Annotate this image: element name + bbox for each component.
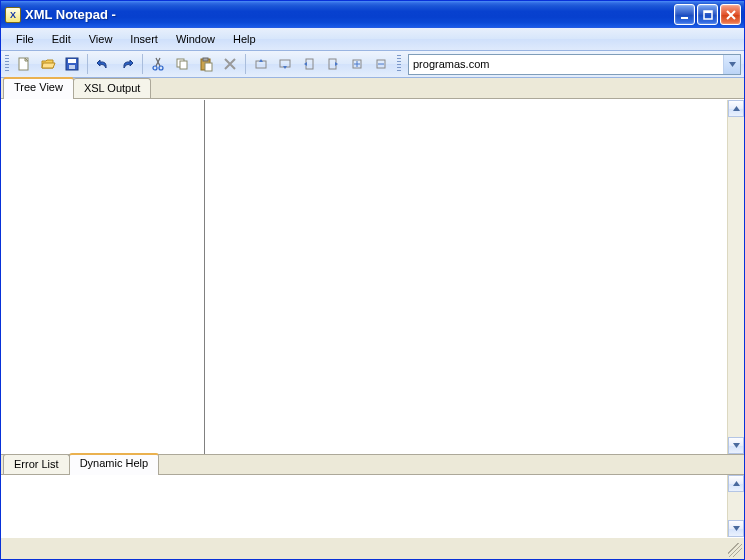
collapse-icon xyxy=(373,56,389,72)
tab-xsl-output[interactable]: XSL Output xyxy=(73,78,151,98)
cut-icon xyxy=(150,56,166,72)
scroll-track[interactable] xyxy=(728,117,744,437)
top-tab-strip: Tree View XSL Output xyxy=(1,78,744,99)
scroll-down-button[interactable] xyxy=(728,520,744,537)
delete-icon xyxy=(222,56,238,72)
scroll-up-button[interactable] xyxy=(728,100,744,117)
address-dropdown-button[interactable] xyxy=(723,55,740,74)
tree-pane[interactable] xyxy=(1,100,205,454)
collapse-button[interactable] xyxy=(370,53,392,75)
svg-point-7 xyxy=(153,66,157,70)
toolbar-grip[interactable] xyxy=(397,55,401,73)
chevron-down-icon xyxy=(733,443,740,448)
menu-view[interactable]: View xyxy=(80,30,122,48)
expand-icon xyxy=(349,56,365,72)
scroll-down-button[interactable] xyxy=(728,437,744,454)
nudge-left-button[interactable] xyxy=(298,53,320,75)
chevron-down-icon xyxy=(733,526,740,531)
svg-rect-0 xyxy=(681,17,688,19)
menu-edit[interactable]: Edit xyxy=(43,30,80,48)
new-button[interactable] xyxy=(13,53,35,75)
chevron-up-icon xyxy=(733,106,740,111)
app-window: X XML Notepad - File Edit View Insert Wi… xyxy=(0,0,745,560)
paste-icon xyxy=(198,56,214,72)
copy-button[interactable] xyxy=(171,53,193,75)
svg-point-8 xyxy=(159,66,163,70)
maximize-icon xyxy=(702,9,714,21)
open-folder-icon xyxy=(40,56,56,72)
tab-label: Error List xyxy=(14,458,59,470)
toolbar xyxy=(1,51,744,78)
bottom-tab-strip: Error List Dynamic Help xyxy=(1,454,744,475)
svg-rect-10 xyxy=(180,61,187,69)
toolbar-separator xyxy=(87,54,88,74)
dynamic-help-content[interactable] xyxy=(1,475,727,537)
close-icon xyxy=(725,9,737,21)
nudge-right-button[interactable] xyxy=(322,53,344,75)
svg-rect-5 xyxy=(68,59,76,63)
save-button[interactable] xyxy=(61,53,83,75)
content-inner[interactable] xyxy=(205,100,727,454)
new-file-icon xyxy=(16,56,32,72)
resize-grip[interactable] xyxy=(728,543,742,557)
menu-help[interactable]: Help xyxy=(224,30,265,48)
tab-error-list[interactable]: Error List xyxy=(3,454,70,474)
menu-window[interactable]: Window xyxy=(167,30,224,48)
cut-button[interactable] xyxy=(147,53,169,75)
svg-rect-15 xyxy=(280,60,290,67)
undo-icon xyxy=(95,56,111,72)
address-combo[interactable] xyxy=(408,54,741,75)
nudge-up-button[interactable] xyxy=(250,53,272,75)
content-pane xyxy=(205,100,744,454)
svg-rect-6 xyxy=(69,65,75,69)
title-bar[interactable]: X XML Notepad - xyxy=(1,1,744,28)
svg-rect-17 xyxy=(329,59,336,69)
redo-button[interactable] xyxy=(116,53,138,75)
window-title: XML Notepad - xyxy=(25,7,116,22)
minimize-icon xyxy=(679,9,691,21)
nudge-down-icon xyxy=(277,56,293,72)
svg-rect-2 xyxy=(704,11,712,13)
toolbar-grip[interactable] xyxy=(5,55,9,73)
paste-button[interactable] xyxy=(195,53,217,75)
copy-icon xyxy=(174,56,190,72)
status-bar xyxy=(1,537,744,559)
save-icon xyxy=(64,56,80,72)
delete-button[interactable] xyxy=(219,53,241,75)
content-scrollbar[interactable] xyxy=(727,100,744,454)
svg-rect-12 xyxy=(203,58,208,61)
scroll-track[interactable] xyxy=(728,492,744,520)
menu-file[interactable]: File xyxy=(7,30,43,48)
undo-button[interactable] xyxy=(92,53,114,75)
menu-insert[interactable]: Insert xyxy=(121,30,167,48)
tab-label: XSL Output xyxy=(84,82,140,94)
toolbar-separator xyxy=(142,54,143,74)
tab-label: Dynamic Help xyxy=(80,457,148,469)
open-button[interactable] xyxy=(37,53,59,75)
bottom-panel xyxy=(1,475,744,537)
menu-bar: File Edit View Insert Window Help xyxy=(1,28,744,51)
scroll-up-button[interactable] xyxy=(728,475,744,492)
toolbar-separator xyxy=(245,54,246,74)
nudge-down-button[interactable] xyxy=(274,53,296,75)
main-area xyxy=(1,99,744,454)
address-input[interactable] xyxy=(409,55,723,74)
chevron-up-icon xyxy=(733,481,740,486)
help-scrollbar[interactable] xyxy=(727,475,744,537)
tab-tree-view[interactable]: Tree View xyxy=(3,77,74,98)
minimize-button[interactable] xyxy=(674,4,695,25)
svg-rect-13 xyxy=(205,63,212,71)
tab-dynamic-help[interactable]: Dynamic Help xyxy=(69,453,159,474)
nudge-right-icon xyxy=(325,56,341,72)
redo-icon xyxy=(119,56,135,72)
nudge-left-icon xyxy=(301,56,317,72)
maximize-button[interactable] xyxy=(697,4,718,25)
app-icon: X xyxy=(5,7,21,23)
svg-rect-16 xyxy=(306,59,313,69)
chevron-down-icon xyxy=(729,62,736,67)
expand-button[interactable] xyxy=(346,53,368,75)
nudge-up-icon xyxy=(253,56,269,72)
tab-label: Tree View xyxy=(14,81,63,93)
close-button[interactable] xyxy=(720,4,741,25)
svg-rect-14 xyxy=(256,61,266,68)
